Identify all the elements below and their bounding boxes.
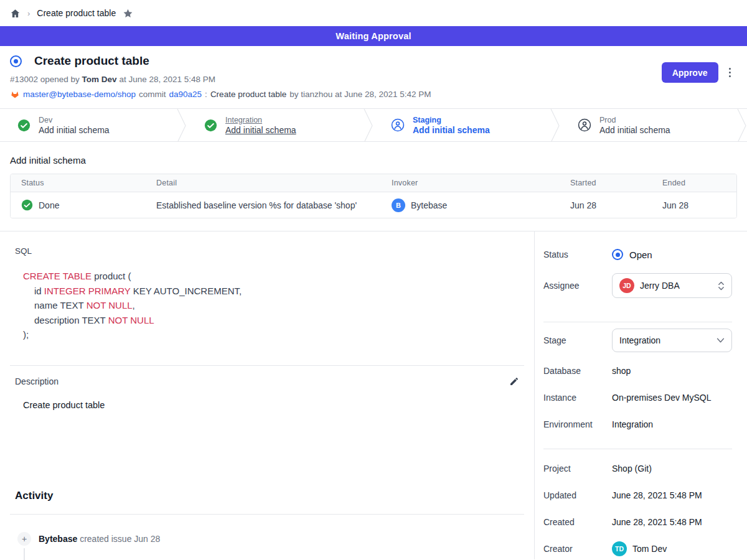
assignee-select[interactable]: JD Jerry DBA [612,273,732,298]
sql-text: ); [23,329,29,340]
sql-text: product ( [92,271,131,281]
status-value: Open [629,250,652,260]
kebab-menu-icon[interactable] [728,66,733,80]
task-started: Jun 28 [570,200,662,210]
sql-line: name TEXT NOT NULL, [23,298,534,313]
pipeline-stage-staging[interactable]: StagingAdd initial schema [374,109,550,141]
updated-label: Updated [543,490,612,500]
issue-sidebar: Status Open Assignee JD Jerry DBA Stage [534,231,747,559]
column-detail: Detail [156,179,392,187]
vcs-commit-line: master@bytebase-demo/shopcommitda90a25:C… [10,90,737,99]
created-label: Created [543,517,612,527]
vcs-colon: : [205,90,207,99]
approve-button[interactable]: Approve [662,62,718,83]
task-detail: Established baseline version %s for data… [156,200,392,210]
sql-text: , [133,300,135,310]
column-status: Status [21,179,156,187]
avatar: TD [612,541,627,556]
sql-keyword: INTEGER PRIMARY [44,286,131,296]
column-ended: Ended [662,179,736,187]
pipeline-stage-integration[interactable]: IntegrationAdd initial schema [187,109,364,141]
sidebar-row-creator: Creator TD Tom Dev [543,541,732,557]
sql-text: name TEXT [34,300,87,310]
task-invoker: Bytebase [411,200,447,210]
sidebar-row-stage: Stage Integration [543,329,732,352]
updated-value: June 28, 2021 5:48 PM [612,490,732,500]
activity-action: created issue Jun 28 [80,534,160,544]
activity-heading: Activity [15,490,534,502]
check-circle-icon [204,119,217,132]
database-value: shop [612,366,732,376]
status-banner: Waiting Approval [0,26,747,46]
stage-env-label: Prod [599,116,670,124]
pipeline-stage-dev[interactable]: DevAdd initial schema [0,109,177,141]
open-status-icon [612,249,623,260]
gitlab-icon [10,90,20,99]
description-label: Description [15,376,59,386]
task-status: Done [39,200,59,210]
instance-label: Instance [543,393,612,403]
pipeline: DevAdd initial schema IntegrationAdd ini… [0,108,747,142]
sql-keyword: NOT NULL [108,315,154,325]
issue-meta: #13002 opened by Tom Dev at June 28, 202… [10,75,737,84]
stage-separator [177,109,187,142]
issue-header: Create product table #13002 opened by To… [0,46,747,108]
sidebar-row-assignee: Assignee JD Jerry DBA [543,273,732,298]
avatar: B [392,198,405,212]
environment-label: Environment [543,419,612,429]
column-invoker: Invoker [392,179,570,187]
bytebase-issue-page: › Create product table Waiting Approval … [0,0,747,560]
page-title: Create product table [34,54,149,68]
chevron-down-icon [716,338,725,343]
stage-label: Stage [543,335,612,345]
issue-meta-prefix: #13002 opened by [10,75,82,84]
check-circle-icon [21,199,33,211]
vcs-commit-hash-link[interactable]: da90a25 [169,90,202,99]
description-content: Create product table [23,400,534,410]
task-table-header: Status Detail Invoker Started Ended [11,174,736,192]
stage-env-label: Dev [39,116,110,124]
stage-value: Integration [619,335,711,345]
sidebar-row-environment: Environment Integration [543,416,732,432]
activity-divider [10,514,524,515]
stage-task-label: Add initial schema [225,125,296,135]
breadcrumb-current[interactable]: Create product table [37,8,116,18]
table-row[interactable]: Done Established baseline version %s for… [11,192,736,218]
edit-pencil-icon[interactable] [509,376,519,386]
stage-env-label: Integration [225,116,296,124]
task-section-heading: Add initial schema [10,155,737,166]
database-label: Database [543,366,612,376]
sql-line: CREATE TABLE product ( [23,269,534,284]
stage-select[interactable]: Integration [612,329,732,352]
activity-timeline-connector [24,548,25,560]
sql-code-block: CREATE TABLE product (id INTEGER PRIMARY… [23,269,534,342]
sql-line: ); [23,327,534,342]
sql-text: KEY AUTO_INCREMENT, [130,286,242,296]
plus-icon: + [17,532,31,546]
chevron-updown-icon [718,281,725,291]
activity-actor: Bytebase [39,534,77,544]
star-icon[interactable] [123,8,133,19]
sql-text: id [34,286,44,296]
person-circle-icon [578,118,591,132]
issue-meta-suffix: at June 28, 2021 5:48 PM [117,75,215,84]
status-label: Status [543,250,612,259]
assignee-label: Assignee [543,281,612,291]
pipeline-stage-prod[interactable]: ProdAdd initial schema [560,109,737,141]
task-table: Status Detail Invoker Started Ended Done… [10,174,737,218]
sql-text: description TEXT [34,315,108,325]
breadcrumb-separator: › [27,9,30,18]
sidebar-row-project: Project Shop (Git) [543,460,732,477]
sidebar-row-updated: Updated June 28, 2021 5:48 PM [543,487,732,503]
open-status-icon [10,55,22,67]
column-started: Started [570,179,662,187]
stage-separator [737,109,747,142]
project-value[interactable]: Shop (Git) [612,464,732,474]
main-panel: SQL CREATE TABLE product (id INTEGER PRI… [0,231,534,559]
vcs-commit-tail: by tianzhou at June 28, 2021 5:42 PM [289,90,431,99]
vcs-branch-link[interactable]: master@bytebase-demo/shop [23,90,136,99]
stage-separator [364,109,374,142]
sql-line: id INTEGER PRIMARY KEY AUTO_INCREMENT, [23,284,534,299]
activity-item: + Bytebase created issue Jun 28 [17,532,534,546]
home-icon[interactable] [10,8,21,19]
